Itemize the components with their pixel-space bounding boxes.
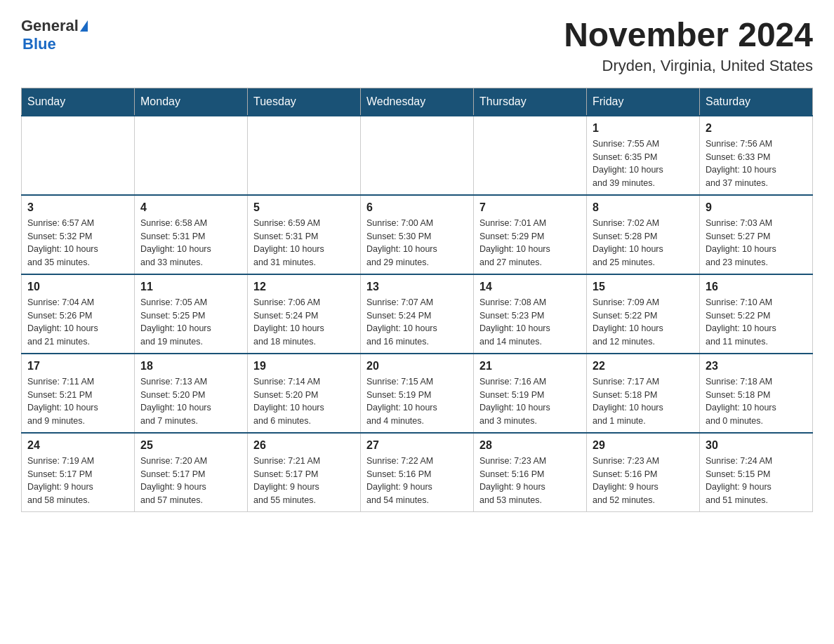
calendar-cell	[361, 116, 474, 195]
calendar-cell: 20Sunrise: 7:15 AM Sunset: 5:19 PM Dayli…	[361, 354, 474, 433]
day-number: 7	[479, 201, 581, 214]
day-number: 17	[27, 360, 128, 373]
calendar-cell: 25Sunrise: 7:20 AM Sunset: 5:17 PM Dayli…	[135, 433, 248, 512]
day-info: Sunrise: 7:10 AM Sunset: 5:22 PM Dayligh…	[706, 296, 807, 349]
day-number: 30	[706, 439, 807, 452]
day-number: 6	[366, 201, 468, 214]
day-number: 4	[140, 201, 241, 214]
calendar-cell: 8Sunrise: 7:02 AM Sunset: 5:28 PM Daylig…	[587, 195, 700, 274]
day-number: 15	[593, 281, 694, 293]
calendar-cell: 17Sunrise: 7:11 AM Sunset: 5:21 PM Dayli…	[22, 354, 135, 433]
day-info: Sunrise: 7:17 AM Sunset: 5:18 PM Dayligh…	[593, 375, 694, 428]
day-number: 29	[593, 439, 694, 452]
day-number: 28	[479, 439, 581, 452]
calendar-cell: 27Sunrise: 7:22 AM Sunset: 5:16 PM Dayli…	[361, 433, 474, 512]
week-row-4: 17Sunrise: 7:11 AM Sunset: 5:21 PM Dayli…	[22, 354, 813, 433]
day-number: 1	[593, 122, 694, 135]
day-info: Sunrise: 7:20 AM Sunset: 5:17 PM Dayligh…	[140, 455, 241, 507]
logo-blue-text: Blue	[22, 35, 56, 53]
day-info: Sunrise: 7:15 AM Sunset: 5:19 PM Dayligh…	[366, 375, 468, 428]
day-info: Sunrise: 7:07 AM Sunset: 5:24 PM Dayligh…	[366, 296, 468, 349]
day-info: Sunrise: 7:11 AM Sunset: 5:21 PM Dayligh…	[27, 375, 128, 428]
day-number: 12	[253, 281, 355, 293]
day-info: Sunrise: 7:09 AM Sunset: 5:22 PM Dayligh…	[593, 296, 694, 349]
location-title: Dryden, Virginia, United States	[564, 57, 813, 75]
day-info: Sunrise: 6:57 AM Sunset: 5:32 PM Dayligh…	[27, 217, 128, 269]
day-number: 18	[140, 360, 241, 373]
day-number: 22	[593, 360, 694, 373]
week-row-3: 10Sunrise: 7:04 AM Sunset: 5:26 PM Dayli…	[22, 274, 813, 354]
day-number: 26	[253, 439, 355, 452]
calendar-table: SundayMondayTuesdayWednesdayThursdayFrid…	[21, 88, 813, 512]
day-number: 10	[27, 281, 128, 293]
day-number: 19	[253, 360, 355, 373]
day-number: 23	[706, 360, 807, 373]
day-number: 24	[27, 439, 128, 452]
day-info: Sunrise: 7:01 AM Sunset: 5:29 PM Dayligh…	[479, 217, 581, 269]
day-info: Sunrise: 7:23 AM Sunset: 5:16 PM Dayligh…	[479, 455, 581, 507]
calendar-cell: 1Sunrise: 7:55 AM Sunset: 6:35 PM Daylig…	[587, 116, 700, 195]
day-number: 3	[27, 201, 128, 214]
calendar-cell: 21Sunrise: 7:16 AM Sunset: 5:19 PM Dayli…	[474, 354, 587, 433]
week-row-2: 3Sunrise: 6:57 AM Sunset: 5:32 PM Daylig…	[22, 195, 813, 274]
day-number: 20	[366, 360, 468, 373]
calendar-cell: 15Sunrise: 7:09 AM Sunset: 5:22 PM Dayli…	[587, 274, 700, 354]
day-number: 8	[593, 201, 694, 214]
calendar-cell: 12Sunrise: 7:06 AM Sunset: 5:24 PM Dayli…	[248, 274, 361, 354]
week-row-5: 24Sunrise: 7:19 AM Sunset: 5:17 PM Dayli…	[22, 433, 813, 512]
calendar-cell: 22Sunrise: 7:17 AM Sunset: 5:18 PM Dayli…	[587, 354, 700, 433]
day-info: Sunrise: 7:05 AM Sunset: 5:25 PM Dayligh…	[140, 296, 241, 349]
calendar-cell: 11Sunrise: 7:05 AM Sunset: 5:25 PM Dayli…	[135, 274, 248, 354]
weekday-header-row: SundayMondayTuesdayWednesdayThursdayFrid…	[22, 88, 813, 116]
weekday-header-sunday: Sunday	[22, 88, 135, 116]
day-info: Sunrise: 7:56 AM Sunset: 6:33 PM Dayligh…	[706, 137, 807, 190]
day-number: 13	[366, 281, 468, 293]
weekday-header-tuesday: Tuesday	[248, 88, 361, 116]
day-info: Sunrise: 7:16 AM Sunset: 5:19 PM Dayligh…	[479, 375, 581, 428]
calendar-cell: 13Sunrise: 7:07 AM Sunset: 5:24 PM Dayli…	[361, 274, 474, 354]
calendar-cell: 30Sunrise: 7:24 AM Sunset: 5:15 PM Dayli…	[700, 433, 813, 512]
weekday-header-friday: Friday	[587, 88, 700, 116]
day-info: Sunrise: 7:19 AM Sunset: 5:17 PM Dayligh…	[27, 455, 128, 507]
week-row-1: 1Sunrise: 7:55 AM Sunset: 6:35 PM Daylig…	[22, 116, 813, 195]
day-info: Sunrise: 7:04 AM Sunset: 5:26 PM Dayligh…	[27, 296, 128, 349]
calendar-cell: 5Sunrise: 6:59 AM Sunset: 5:31 PM Daylig…	[248, 195, 361, 274]
calendar-cell	[474, 116, 587, 195]
calendar-cell: 3Sunrise: 6:57 AM Sunset: 5:32 PM Daylig…	[22, 195, 135, 274]
day-info: Sunrise: 7:06 AM Sunset: 5:24 PM Dayligh…	[253, 296, 355, 349]
day-number: 14	[479, 281, 581, 293]
calendar-cell: 23Sunrise: 7:18 AM Sunset: 5:18 PM Dayli…	[700, 354, 813, 433]
day-info: Sunrise: 6:58 AM Sunset: 5:31 PM Dayligh…	[140, 217, 241, 269]
calendar-cell: 16Sunrise: 7:10 AM Sunset: 5:22 PM Dayli…	[700, 274, 813, 354]
day-info: Sunrise: 7:08 AM Sunset: 5:23 PM Dayligh…	[479, 296, 581, 349]
day-info: Sunrise: 7:23 AM Sunset: 5:16 PM Dayligh…	[593, 455, 694, 507]
weekday-header-monday: Monday	[135, 88, 248, 116]
day-info: Sunrise: 7:24 AM Sunset: 5:15 PM Dayligh…	[706, 455, 807, 507]
calendar-cell: 9Sunrise: 7:03 AM Sunset: 5:27 PM Daylig…	[700, 195, 813, 274]
day-info: Sunrise: 7:55 AM Sunset: 6:35 PM Dayligh…	[593, 137, 694, 190]
logo: General Blue	[21, 17, 88, 53]
calendar-cell: 18Sunrise: 7:13 AM Sunset: 5:20 PM Dayli…	[135, 354, 248, 433]
calendar-cell: 28Sunrise: 7:23 AM Sunset: 5:16 PM Dayli…	[474, 433, 587, 512]
day-info: Sunrise: 7:02 AM Sunset: 5:28 PM Dayligh…	[593, 217, 694, 269]
calendar-cell: 6Sunrise: 7:00 AM Sunset: 5:30 PM Daylig…	[361, 195, 474, 274]
month-title: November 2024	[564, 17, 813, 54]
day-info: Sunrise: 7:21 AM Sunset: 5:17 PM Dayligh…	[253, 455, 355, 507]
day-number: 9	[706, 201, 807, 214]
calendar-cell: 24Sunrise: 7:19 AM Sunset: 5:17 PM Dayli…	[22, 433, 135, 512]
title-section: November 2024 Dryden, Virginia, United S…	[564, 17, 813, 75]
calendar-cell	[248, 116, 361, 195]
day-info: Sunrise: 7:14 AM Sunset: 5:20 PM Dayligh…	[253, 375, 355, 428]
calendar-cell	[22, 116, 135, 195]
calendar-cell: 29Sunrise: 7:23 AM Sunset: 5:16 PM Dayli…	[587, 433, 700, 512]
day-number: 27	[366, 439, 468, 452]
day-number: 16	[706, 281, 807, 293]
day-info: Sunrise: 7:03 AM Sunset: 5:27 PM Dayligh…	[706, 217, 807, 269]
weekday-header-wednesday: Wednesday	[361, 88, 474, 116]
logo-general-text: General	[21, 17, 79, 35]
calendar-cell: 14Sunrise: 7:08 AM Sunset: 5:23 PM Dayli…	[474, 274, 587, 354]
calendar-cell	[135, 116, 248, 195]
calendar-cell: 26Sunrise: 7:21 AM Sunset: 5:17 PM Dayli…	[248, 433, 361, 512]
day-info: Sunrise: 6:59 AM Sunset: 5:31 PM Dayligh…	[253, 217, 355, 269]
day-number: 2	[706, 122, 807, 135]
